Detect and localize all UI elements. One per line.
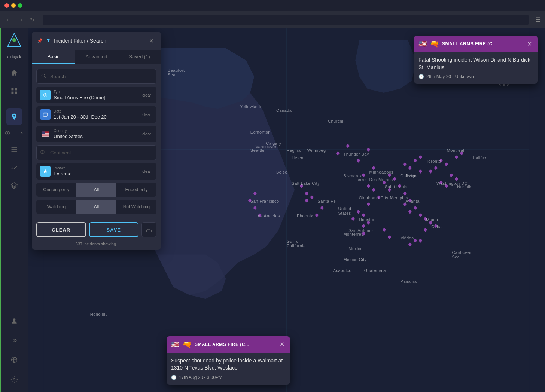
type-filter-icon (40, 90, 51, 100)
sidebar-accent (0, 28, 1, 392)
incident-bottom-description: Suspect shot dead by police inside a Wal… (171, 357, 286, 372)
sidebar-nav (1, 65, 27, 313)
impact-filter-clear-button[interactable]: clear (141, 168, 153, 174)
continent-input[interactable] (36, 145, 156, 160)
svg-rect-36 (42, 131, 45, 134)
clear-button[interactable]: CLEAR (36, 222, 86, 237)
forward-button[interactable]: → (16, 15, 25, 24)
sidebar-item-flag[interactable] (15, 127, 27, 139)
svg-rect-26 (43, 113, 48, 116)
svg-point-1 (12, 38, 16, 42)
svg-rect-4 (11, 92, 13, 94)
search-input[interactable] (36, 69, 156, 84)
search-wrapper (36, 69, 156, 84)
incident-top-close-button[interactable]: ✕ (526, 40, 533, 48)
date-filter-row: Date 1st Jan 20 - 30th Dec 20 clear (36, 106, 156, 123)
sidebar-item-list[interactable] (6, 141, 22, 158)
country-filter-clear-button[interactable]: clear (141, 131, 153, 137)
incident-bottom-flag: 🇺🇸 (171, 340, 179, 349)
panel-status-text: 337 incidents showing. (32, 240, 161, 250)
panel-header-left: 📌 Incident Filter / Search (37, 38, 106, 44)
watch-toggle-watching[interactable]: Watching (36, 200, 76, 214)
svg-point-7 (7, 132, 8, 134)
back-button[interactable]: ← (4, 15, 13, 24)
download-button[interactable] (141, 222, 156, 237)
impact-filter-icon (40, 166, 51, 177)
panel-actions: CLEAR SAVE (32, 218, 161, 240)
sidebar-item-grid[interactable] (6, 83, 22, 99)
svg-rect-2 (11, 88, 13, 91)
country-filter-icon (40, 129, 51, 139)
address-bar[interactable] (43, 15, 529, 25)
incident-top-gun-icon: 🔫 (430, 39, 439, 48)
date-filter-clear-button[interactable]: clear (141, 111, 153, 117)
maximize-dot[interactable] (18, 3, 22, 8)
incident-bottom-title: SMALL ARMS FIRE (C... (195, 342, 275, 347)
impact-filter-row: Impact Extreme clear (36, 163, 156, 180)
status-toggle-ongoing[interactable]: Ongoing only (36, 183, 76, 197)
watch-toggle-all[interactable]: All (76, 200, 116, 214)
panel-close-button[interactable]: ✕ (147, 36, 156, 45)
map-area[interactable]: BeaufortSea Canada Yellowknife Edmonton … (28, 28, 545, 392)
tab-advanced[interactable]: Advanced (75, 50, 118, 64)
sidebar-item-expand[interactable] (6, 332, 22, 349)
incident-card-bottom[interactable]: 🇺🇸 🔫 SMALL ARMS FIRE (C... ✕ Suspect sho… (167, 336, 290, 385)
incident-card-bottom-header: 🇺🇸 🔫 SMALL ARMS FIRE (C... ✕ (167, 336, 290, 353)
left-sidebar: Utqiagvik (0, 28, 28, 392)
sidebar-item-analytics[interactable] (6, 159, 22, 176)
minimize-dot[interactable] (11, 3, 16, 8)
location-name: Utqiagvik (7, 55, 21, 59)
type-filter-clear-button[interactable]: clear (141, 92, 153, 98)
panel-body: Type Small Arms Fire (Crime) clear (32, 64, 161, 218)
type-filter-content: Type Small Arms Fire (Crime) (54, 90, 138, 100)
impact-filter-value: Extreme (54, 171, 138, 177)
tab-basic[interactable]: Basic (32, 50, 75, 64)
incident-bottom-timestamp: 17th Aug 20 - 3:00PM (179, 375, 222, 380)
svg-point-15 (13, 379, 15, 380)
svg-rect-35 (42, 136, 49, 137)
sidebar-item-layers[interactable] (6, 177, 22, 194)
incident-top-flag: 🇺🇸 (418, 40, 427, 48)
incident-bottom-gun-icon: 🔫 (182, 340, 192, 349)
sidebar-item-settings[interactable] (6, 371, 22, 388)
svg-point-12 (13, 318, 15, 321)
date-filter-label: Date (54, 109, 138, 113)
search-icon (41, 73, 46, 80)
incident-bottom-close-button[interactable]: ✕ (278, 341, 286, 348)
type-filter-label: Type (54, 90, 138, 94)
sidebar-item-marker[interactable] (1, 127, 13, 139)
filter-panel: 📌 Incident Filter / Search ✕ Basic Advan… (32, 32, 161, 250)
sidebar-item-globe[interactable] (6, 352, 22, 368)
country-filter-value: United States (54, 134, 138, 139)
pin-icon: 📌 (37, 38, 43, 43)
sidebar-item-user[interactable] (6, 313, 22, 329)
close-dot[interactable] (4, 3, 9, 8)
incident-card-top[interactable]: 🇺🇸 🔫 SMALL ARMS FIRE (C... ✕ Fatal Shoot… (414, 36, 538, 84)
refresh-button[interactable]: ↻ (28, 15, 36, 24)
sidebar-divider (6, 104, 22, 104)
svg-marker-39 (43, 169, 48, 173)
app-container: Utqiagvik (0, 28, 545, 392)
save-button[interactable]: SAVE (89, 222, 139, 237)
svg-rect-9 (11, 149, 17, 150)
status-toggle-ended[interactable]: Ended only (116, 183, 156, 197)
country-filter-row: Country United States clear (36, 126, 156, 142)
date-filter-value: 1st Jan 20 - 30th Dec 20 (54, 114, 138, 120)
app-logo[interactable] (7, 33, 22, 48)
filter-icon (46, 38, 51, 44)
tab-saved[interactable]: Saved (1) (118, 50, 161, 64)
sidebar-item-home[interactable] (6, 65, 22, 81)
incident-top-timestamp: 26th May 20 - Unknown (426, 74, 474, 79)
svg-rect-34 (42, 135, 49, 136)
watch-toggle-row: Watching All Not Watching (36, 200, 156, 214)
status-toggle-all[interactable]: All (76, 183, 116, 197)
watch-toggle-not-watching[interactable]: Not Watching (116, 200, 156, 214)
impact-filter-content: Impact Extreme (54, 166, 138, 177)
incident-card-top-header: 🇺🇸 🔫 SMALL ARMS FIRE (C... ✕ (414, 36, 538, 52)
panel-header: 📌 Incident Filter / Search ✕ (32, 32, 161, 50)
country-filter-label: Country (54, 129, 138, 133)
sidebar-item-map[interactable] (6, 108, 22, 125)
svg-rect-5 (15, 92, 17, 94)
browser-menu-icon[interactable]: ☰ (535, 16, 541, 23)
incident-top-title: SMALL ARMS FIRE (C... (442, 41, 523, 46)
